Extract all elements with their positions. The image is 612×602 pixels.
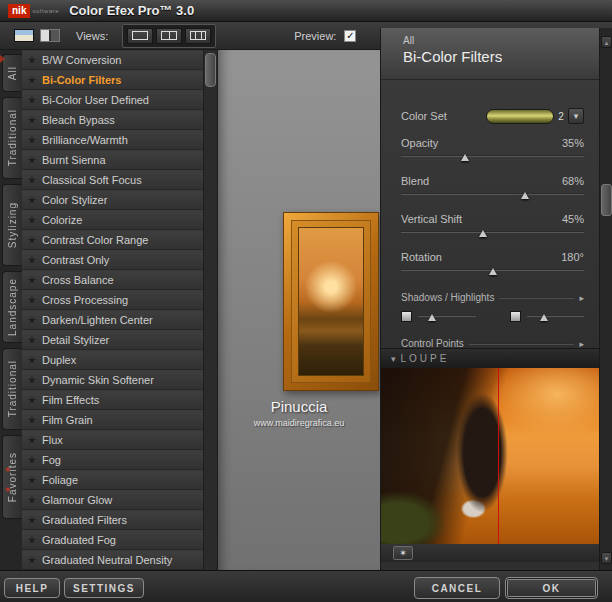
filter-item[interactable]: ★Burnt Sienna (22, 150, 203, 170)
favorite-star-icon[interactable]: ★ (27, 474, 42, 487)
favorite-star-icon[interactable]: ★ (27, 434, 42, 447)
filter-item[interactable]: ★Colorize (22, 210, 203, 230)
side-tab-traditional-4[interactable]: Traditional (2, 348, 22, 430)
filter-item[interactable]: ★Contrast Only (22, 250, 203, 270)
filter-item[interactable]: ★Glamour Glow (22, 490, 203, 510)
slider-value: 68% (562, 175, 584, 187)
favorite-star-icon[interactable]: ★ (27, 134, 42, 147)
favorite-star-icon[interactable]: ★ (27, 214, 42, 227)
filter-item[interactable]: ★Cross Balance (22, 270, 203, 290)
expand-arrow-icon[interactable]: ▸ (579, 339, 584, 349)
favorite-star-icon[interactable]: ★ (27, 354, 42, 367)
loupe-pin-button[interactable]: ✶ (393, 546, 413, 560)
favorite-star-icon[interactable]: ★ (27, 254, 42, 267)
filter-item[interactable]: ★B/W Conversion (22, 50, 203, 70)
favorite-star-icon[interactable]: ★ (27, 394, 42, 407)
filter-list-scrollbar[interactable] (203, 50, 217, 570)
filter-item[interactable]: ★Contrast Color Range (22, 230, 203, 250)
shadows-slider-track[interactable] (418, 312, 476, 322)
filter-item[interactable]: ★Graduated Fog (22, 530, 203, 550)
view-sidebyside-button[interactable] (185, 28, 211, 44)
preview-checkbox[interactable]: ✓ (344, 30, 356, 42)
image-preview-icon[interactable] (14, 29, 34, 42)
expand-arrow-icon[interactable]: ▸ (579, 293, 584, 303)
cancel-button[interactable]: CANCEL (414, 577, 500, 599)
slider-label: Opacity (401, 137, 438, 149)
filter-item[interactable]: ★Detail Stylizer (22, 330, 203, 350)
slider-thumb[interactable] (489, 268, 497, 275)
slider-thumb[interactable] (540, 314, 548, 321)
side-tab-traditional-1[interactable]: Traditional (2, 97, 22, 179)
favorite-star-icon[interactable]: ★ (27, 94, 42, 107)
settings-button[interactable]: SETTINGS (64, 578, 144, 598)
favorite-star-icon[interactable]: ★ (27, 514, 42, 527)
filter-item[interactable]: ★Foliage (22, 470, 203, 490)
favorite-star-icon[interactable]: ★ (27, 294, 42, 307)
filter-scroll-thumb[interactable] (205, 53, 216, 87)
scroll-down-button[interactable]: ▼ (601, 552, 612, 564)
favorite-star-icon[interactable]: ★ (27, 554, 42, 567)
filter-item[interactable]: ★Fog (22, 450, 203, 470)
shadows-highlights-section[interactable]: Shadows / Highlights ▸ (401, 292, 584, 303)
view-single-button[interactable] (127, 28, 153, 44)
favorite-star-icon[interactable]: ★ (27, 174, 42, 187)
slider-thumb[interactable] (428, 314, 436, 321)
filter-item[interactable]: ★Color Stylizer (22, 190, 203, 210)
favorite-star-icon[interactable]: ★ (27, 454, 42, 467)
favorite-star-icon[interactable]: ★ (27, 74, 42, 87)
help-button[interactable]: HELP (4, 578, 60, 598)
filter-item[interactable]: ★Classical Soft Focus (22, 170, 203, 190)
favorite-star-icon[interactable]: ★ (27, 534, 42, 547)
split-layout-icon[interactable] (40, 29, 60, 42)
favorite-star-icon[interactable]: ★ (27, 494, 42, 507)
filter-item[interactable]: ★Duplex (22, 350, 203, 370)
filter-item[interactable]: ★Graduated Filters (22, 510, 203, 530)
highlights-swatch[interactable] (510, 311, 521, 322)
filter-item[interactable]: ★Film Grain (22, 410, 203, 430)
preview-image[interactable] (283, 212, 379, 391)
filter-item[interactable]: ★Darken/Lighten Center (22, 310, 203, 330)
slider-track[interactable] (401, 190, 584, 200)
favorite-star-icon[interactable]: ★ (27, 54, 42, 67)
favorite-star-icon[interactable]: ★ (27, 114, 42, 127)
loupe-image[interactable] (381, 368, 601, 544)
favorite-star-icon[interactable]: ★ (27, 234, 42, 247)
filter-item[interactable]: ★Bi-Color Filters (22, 70, 203, 90)
favorite-star-icon[interactable]: ★ (27, 274, 42, 287)
loupe-header[interactable]: ▾ LOUPE (381, 348, 600, 368)
color-set-dropdown-button[interactable]: ▾ (568, 108, 584, 124)
side-tab-favorites-5[interactable]: Favorites (2, 435, 22, 519)
panel-scrollbar[interactable]: ▲ ▼ (599, 28, 612, 570)
favorite-star-icon[interactable]: ★ (27, 374, 42, 387)
slider-thumb[interactable] (479, 230, 487, 237)
slider-track[interactable] (401, 266, 584, 276)
slider-track[interactable] (401, 152, 584, 162)
filter-item[interactable]: ★Cross Processing (22, 290, 203, 310)
filter-item[interactable]: ★Brilliance/Warmth (22, 130, 203, 150)
slider-thumb[interactable] (521, 192, 529, 199)
side-tab-all-0[interactable]: All (2, 54, 22, 92)
panel-scroll-thumb[interactable] (601, 184, 612, 216)
favorite-star-icon[interactable]: ★ (27, 314, 42, 327)
favorite-star-icon[interactable]: ★ (27, 334, 42, 347)
filter-item[interactable]: ★Film Effects (22, 390, 203, 410)
favorite-star-icon[interactable]: ★ (27, 414, 42, 427)
slider-track[interactable] (401, 228, 584, 238)
favorite-star-icon[interactable]: ★ (27, 154, 42, 167)
color-set-swatch[interactable] (486, 109, 554, 124)
filter-item[interactable]: ★Graduated Neutral Density (22, 550, 203, 570)
filter-item[interactable]: ★Bi-Color User Defined (22, 90, 203, 110)
slider-thumb[interactable] (461, 154, 469, 161)
shadows-swatch[interactable] (401, 311, 412, 322)
view-split-button[interactable] (156, 28, 182, 44)
filter-item[interactable]: ★Bleach Bypass (22, 110, 203, 130)
highlights-slider-track[interactable] (527, 312, 585, 322)
scroll-up-button[interactable]: ▲ (601, 36, 612, 48)
side-tab-stylizing-2[interactable]: Stylizing (2, 184, 22, 266)
filter-item-label: Film Effects (42, 394, 99, 406)
side-tab-landscape-3[interactable]: Landscape (2, 271, 22, 343)
filter-item[interactable]: ★Flux (22, 430, 203, 450)
filter-item[interactable]: ★Dynamic Skin Softener (22, 370, 203, 390)
ok-button[interactable]: OK (505, 577, 598, 599)
favorite-star-icon[interactable]: ★ (27, 194, 42, 207)
